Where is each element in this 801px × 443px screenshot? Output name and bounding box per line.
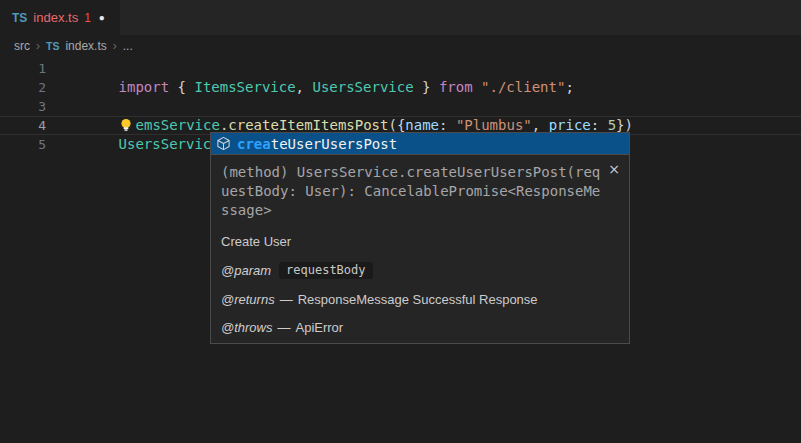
suggestion-create-user-users-post[interactable]: createUserUsersPost xyxy=(211,133,629,154)
doc-param-row: @param requestBody xyxy=(221,262,619,279)
suggest-widget: createUserUsersPost × (method) UsersServ… xyxy=(210,132,630,344)
tab-bar: TS index.ts 1 ● xyxy=(0,0,801,35)
line-number: 5 xyxy=(0,135,46,154)
breadcrumb-folder[interactable]: src xyxy=(14,39,30,53)
close-icon[interactable]: × xyxy=(608,162,620,176)
breadcrumb-ellipsis[interactable]: ... xyxy=(123,39,133,53)
param-tag: @param xyxy=(221,263,271,278)
line-number: 1 xyxy=(0,59,46,78)
dash-separator: — xyxy=(278,320,291,335)
vscode-window: TS index.ts 1 ● src › TS index.ts › ... … xyxy=(0,0,801,443)
throws-tag: @throws xyxy=(221,320,273,335)
suggestion-rest-text: teUserUsersPost xyxy=(271,136,397,152)
chevron-right-icon: › xyxy=(113,39,117,53)
doc-summary: Create User xyxy=(221,234,619,249)
chevron-right-icon: › xyxy=(36,39,40,53)
returns-value: ResponseMessage Successful Response xyxy=(298,292,538,307)
tab-filename: index.ts xyxy=(33,10,78,25)
returns-tag: @returns xyxy=(221,292,275,307)
doc-returns-row: @returns — ResponseMessage Successful Re… xyxy=(221,292,619,307)
dash-separator: — xyxy=(280,292,293,307)
suggestion-label: createUserUsersPost xyxy=(237,136,397,152)
suggestion-match-text: crea xyxy=(237,136,271,152)
line-number: 3 xyxy=(0,97,46,116)
line-number: 4 xyxy=(0,116,46,135)
method-signature: (method) UsersService.createUserUsersPos… xyxy=(221,163,603,220)
code-line-3[interactable]: 3emsService.createItemItemsPost({name: "… xyxy=(0,97,801,116)
code-line-2[interactable]: 2 xyxy=(0,78,801,97)
suggest-docs-panel: × (method) UsersService.createUserUsersP… xyxy=(211,154,629,343)
doc-throws-row: @throws — ApiError xyxy=(221,320,619,335)
param-name-chip: requestBody xyxy=(279,262,372,279)
breadcrumb: src › TS index.ts › ... xyxy=(0,35,801,57)
breadcrumb-filename[interactable]: index.ts xyxy=(65,39,106,53)
modified-dot-icon[interactable]: ● xyxy=(99,12,105,23)
throws-value: ApiError xyxy=(296,320,344,335)
tab-error-count: 1 xyxy=(84,11,91,25)
tab-index-ts[interactable]: TS index.ts 1 ● xyxy=(0,0,120,35)
code-line-1[interactable]: 1import { ItemsService, UsersService } f… xyxy=(0,59,801,78)
typescript-file-icon: TS xyxy=(46,40,59,52)
typescript-file-icon: TS xyxy=(12,11,27,25)
symbol-method-icon xyxy=(216,136,231,151)
line-number: 2 xyxy=(0,78,46,97)
